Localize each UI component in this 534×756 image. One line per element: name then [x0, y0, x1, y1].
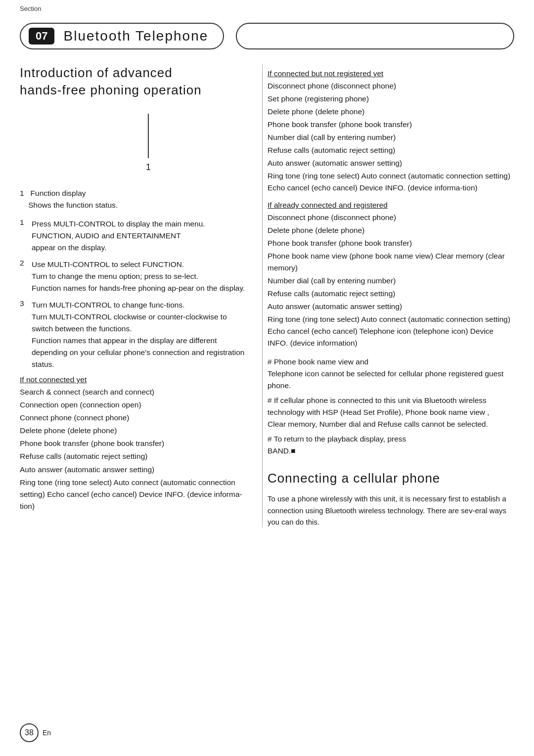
connected-not-reg-items: Disconnect phone (disconnect phone)Set p…: [267, 80, 514, 194]
step-2: 2 Use MULTI-CONTROL to select FUNCTION. …: [20, 259, 247, 294]
diagram-number: 1: [146, 162, 151, 173]
section-label: Section: [20, 5, 41, 12]
footer-language: En: [43, 729, 51, 737]
header-right-box: [236, 23, 514, 49]
list-item: Phone book name view (phone book name vi…: [267, 250, 514, 274]
connecting-section: Connecting a cellular phone To use a pho…: [267, 471, 514, 528]
list-item: Connection open (connection open): [20, 399, 247, 411]
list-item: Number dial (call by entering number): [267, 275, 514, 287]
connecting-text: To use a phone wirelessly with this unit…: [267, 493, 514, 528]
already-connected-heading: If already connected and registered: [267, 201, 514, 210]
intro-heading: Introduction of advanced hands-free phon…: [20, 64, 247, 99]
list-item: Refuse calls (automatic reject setting): [267, 288, 514, 300]
not-connected-heading: If not connected yet: [20, 375, 247, 384]
list-item: Delete phone (delete phone): [267, 224, 514, 236]
list-item: Phone book transfer (phone book transfer…: [20, 438, 247, 449]
connecting-heading: Connecting a cellular phone: [267, 471, 514, 486]
already-connected-items: Disconnect phone (disconnect phone)Delet…: [267, 212, 514, 349]
list-item: Search & connect (search and connect): [20, 386, 247, 398]
page: Section 07 Bluetooth Telephone Introduct…: [0, 0, 534, 756]
right-column: If connected but not registered yet Disc…: [262, 64, 514, 528]
label-block-1: 1 Function display Shows the function st…: [20, 187, 247, 211]
not-connected-items: Search & connect (search and connect)Con…: [20, 386, 247, 512]
note-1: # Phone book name view and Telephone ico…: [267, 356, 514, 392]
connected-not-reg-heading: If connected but not registered yet: [267, 69, 514, 78]
already-connected-section: If already connected and registered Disc…: [267, 201, 514, 349]
list-item: Refuse calls (automatic reject setting): [267, 144, 514, 156]
header-left-box: 07 Bluetooth Telephone: [20, 23, 224, 49]
list-item: Delete phone (delete phone): [20, 425, 247, 437]
list-item: Delete phone (delete phone): [267, 106, 514, 118]
list-item: Refuse calls (automatic reject setting): [20, 450, 247, 462]
list-item: Disconnect phone (disconnect phone): [267, 212, 514, 223]
list-item: Auto answer (automatic answer setting): [20, 464, 247, 476]
list-item: Ring tone (ring tone select) Auto connec…: [267, 313, 514, 349]
content-area: Introduction of advanced hands-free phon…: [0, 49, 534, 547]
left-column: Introduction of advanced hands-free phon…: [20, 64, 262, 528]
list-item: Phone book transfer (phone book transfer…: [267, 237, 514, 249]
list-item: Set phone (registering phone): [267, 93, 514, 105]
diagram-area: 1: [49, 114, 247, 173]
page-number: 38: [20, 723, 39, 742]
step-1: 1 Press MULTI-CONTROL to display the mai…: [20, 218, 247, 254]
connected-not-reg-section: If connected but not registered yet Disc…: [267, 69, 514, 194]
list-item: Disconnect phone (disconnect phone): [267, 80, 514, 92]
not-connected-section: If not connected yet Search & connect (s…: [20, 375, 247, 512]
page-title: Bluetooth Telephone: [63, 28, 208, 44]
note-3: # To return to the playback display, pre…: [267, 433, 514, 457]
diagram-line: [148, 114, 149, 158]
list-item: Phone book transfer (phone book transfer…: [267, 119, 514, 131]
list-item: Connect phone (connect phone): [20, 412, 247, 424]
list-item: Ring tone (ring tone select) Auto connec…: [20, 477, 247, 512]
list-item: Number dial (call by entering number): [267, 132, 514, 143]
notes-section: # Phone book name view and Telephone ico…: [267, 356, 514, 457]
note-2: # If cellular phone is connected to this…: [267, 395, 514, 430]
list-item: Ring tone (ring tone select) Auto connec…: [267, 170, 514, 194]
step-3: 3 Turn MULTI-CONTROL to change func-tion…: [20, 299, 247, 370]
list-item: Auto answer (automatic answer setting): [267, 157, 514, 169]
footer: 38 En: [20, 723, 51, 742]
header: 07 Bluetooth Telephone: [0, 0, 534, 49]
list-item: Auto answer (automatic answer setting): [267, 301, 514, 312]
section-number: 07: [29, 28, 54, 44]
